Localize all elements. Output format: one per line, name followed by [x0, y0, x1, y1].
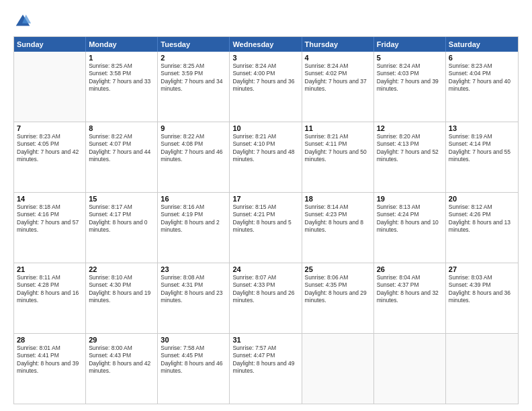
day-number: 26 [377, 265, 443, 273]
day-number: 6 [449, 54, 515, 62]
day-number: 19 [377, 195, 443, 203]
day-number: 15 [89, 195, 154, 203]
calendar-cell: 3Sunrise: 8:24 AMSunset: 4:00 PMDaylight… [230, 52, 302, 122]
calendar-cell: 8Sunrise: 8:22 AMSunset: 4:07 PMDaylight… [86, 122, 158, 192]
calendar-cell: 15Sunrise: 8:17 AMSunset: 4:17 PMDayligh… [86, 193, 158, 263]
day-info: Sunrise: 8:03 AMSunset: 4:39 PMDaylight:… [449, 274, 515, 305]
day-info: Sunrise: 8:18 AMSunset: 4:16 PMDaylight:… [17, 203, 83, 234]
calendar-cell: 2Sunrise: 8:25 AMSunset: 3:59 PMDaylight… [158, 52, 230, 122]
day-number: 8 [89, 124, 154, 132]
day-number: 10 [232, 124, 298, 132]
calendar-cell: 6Sunrise: 8:23 AMSunset: 4:04 PMDaylight… [446, 52, 518, 122]
calendar-cell: 4Sunrise: 8:24 AMSunset: 4:02 PMDaylight… [302, 52, 374, 122]
day-info: Sunrise: 8:19 AMSunset: 4:14 PMDaylight:… [449, 133, 515, 164]
weekday-header: Sunday [14, 37, 86, 52]
calendar-cell: 30Sunrise: 7:58 AMSunset: 4:45 PMDayligh… [158, 334, 230, 404]
day-number: 4 [305, 54, 371, 62]
calendar-row: 1Sunrise: 8:25 AMSunset: 3:58 PMDaylight… [14, 52, 518, 122]
calendar-cell: 17Sunrise: 8:15 AMSunset: 4:21 PMDayligh… [230, 193, 302, 263]
day-number: 5 [377, 54, 443, 62]
day-number: 1 [89, 54, 154, 62]
day-info: Sunrise: 8:24 AMSunset: 4:02 PMDaylight:… [305, 62, 371, 93]
calendar-cell: 20Sunrise: 8:12 AMSunset: 4:26 PMDayligh… [446, 193, 518, 263]
calendar-cell: 18Sunrise: 8:14 AMSunset: 4:23 PMDayligh… [302, 193, 374, 263]
day-info: Sunrise: 8:16 AMSunset: 4:19 PMDaylight:… [161, 203, 226, 234]
calendar-row: 21Sunrise: 8:11 AMSunset: 4:28 PMDayligh… [14, 263, 518, 333]
day-number: 2 [161, 54, 226, 62]
calendar-cell: 24Sunrise: 8:07 AMSunset: 4:33 PMDayligh… [230, 263, 302, 333]
day-info: Sunrise: 8:08 AMSunset: 4:31 PMDaylight:… [161, 274, 226, 305]
day-info: Sunrise: 8:00 AMSunset: 4:43 PMDaylight:… [89, 345, 154, 375]
day-info: Sunrise: 8:25 AMSunset: 3:59 PMDaylight:… [161, 62, 226, 93]
calendar-cell: 5Sunrise: 8:24 AMSunset: 4:03 PMDaylight… [374, 52, 446, 122]
weekday-header: Tuesday [158, 37, 230, 52]
calendar-row: 14Sunrise: 8:18 AMSunset: 4:16 PMDayligh… [14, 192, 518, 263]
day-info: Sunrise: 8:24 AMSunset: 4:03 PMDaylight:… [377, 62, 443, 93]
day-number: 12 [377, 124, 443, 132]
calendar-cell: 7Sunrise: 8:23 AMSunset: 4:05 PMDaylight… [14, 122, 86, 192]
day-number: 9 [161, 124, 226, 132]
day-info: Sunrise: 8:06 AMSunset: 4:35 PMDaylight:… [305, 274, 371, 305]
calendar-cell: 10Sunrise: 8:21 AMSunset: 4:10 PMDayligh… [230, 122, 302, 192]
day-info: Sunrise: 8:04 AMSunset: 4:37 PMDaylight:… [377, 274, 443, 305]
calendar-cell: 16Sunrise: 8:16 AMSunset: 4:19 PMDayligh… [158, 193, 230, 263]
weekday-header: Monday [86, 37, 158, 52]
day-info: Sunrise: 8:24 AMSunset: 4:00 PMDaylight:… [232, 62, 298, 93]
calendar-cell: 11Sunrise: 8:21 AMSunset: 4:11 PMDayligh… [302, 122, 374, 192]
logo [13, 12, 35, 31]
day-number: 30 [161, 336, 226, 344]
day-info: Sunrise: 8:07 AMSunset: 4:33 PMDaylight:… [232, 274, 298, 305]
calendar-cell: 29Sunrise: 8:00 AMSunset: 4:43 PMDayligh… [86, 334, 158, 404]
day-number: 20 [449, 195, 515, 203]
logo-icon [13, 12, 32, 31]
calendar-row: 7Sunrise: 8:23 AMSunset: 4:05 PMDaylight… [14, 122, 518, 192]
day-number: 13 [449, 124, 515, 132]
calendar-cell [14, 52, 86, 122]
calendar-cell: 28Sunrise: 8:01 AMSunset: 4:41 PMDayligh… [14, 334, 86, 404]
day-info: Sunrise: 8:10 AMSunset: 4:30 PMDaylight:… [89, 274, 154, 305]
calendar-cell: 22Sunrise: 8:10 AMSunset: 4:30 PMDayligh… [86, 263, 158, 333]
calendar-cell: 13Sunrise: 8:19 AMSunset: 4:14 PMDayligh… [446, 122, 518, 192]
day-number: 18 [305, 195, 371, 203]
weekday-header: Wednesday [230, 37, 302, 52]
weekday-header: Friday [374, 37, 446, 52]
day-number: 21 [17, 265, 83, 273]
page: SundayMondayTuesdayWednesdayThursdayFrid… [0, 0, 532, 411]
day-info: Sunrise: 8:23 AMSunset: 4:04 PMDaylight:… [449, 62, 515, 93]
calendar-cell: 27Sunrise: 8:03 AMSunset: 4:39 PMDayligh… [446, 263, 518, 333]
day-number: 11 [305, 124, 371, 132]
day-info: Sunrise: 7:58 AMSunset: 4:45 PMDaylight:… [161, 345, 226, 375]
calendar-cell: 31Sunrise: 7:57 AMSunset: 4:47 PMDayligh… [230, 334, 302, 404]
day-number: 3 [232, 54, 298, 62]
day-number: 28 [17, 336, 83, 344]
calendar-cell: 23Sunrise: 8:08 AMSunset: 4:31 PMDayligh… [158, 263, 230, 333]
calendar-cell: 21Sunrise: 8:11 AMSunset: 4:28 PMDayligh… [14, 263, 86, 333]
day-info: Sunrise: 8:23 AMSunset: 4:05 PMDaylight:… [17, 133, 83, 164]
day-info: Sunrise: 8:21 AMSunset: 4:10 PMDaylight:… [232, 133, 298, 164]
day-number: 24 [232, 265, 298, 273]
day-info: Sunrise: 8:01 AMSunset: 4:41 PMDaylight:… [17, 345, 83, 375]
day-number: 25 [305, 265, 371, 273]
calendar-cell [302, 334, 374, 404]
header [13, 12, 519, 31]
day-number: 17 [232, 195, 298, 203]
day-number: 14 [17, 195, 83, 203]
day-info: Sunrise: 8:15 AMSunset: 4:21 PMDaylight:… [232, 203, 298, 234]
day-info: Sunrise: 8:17 AMSunset: 4:17 PMDaylight:… [89, 203, 154, 234]
day-info: Sunrise: 8:22 AMSunset: 4:07 PMDaylight:… [89, 133, 154, 164]
calendar-body: 1Sunrise: 8:25 AMSunset: 3:58 PMDaylight… [14, 52, 518, 404]
weekday-header: Saturday [446, 37, 518, 52]
calendar-cell: 25Sunrise: 8:06 AMSunset: 4:35 PMDayligh… [302, 263, 374, 333]
calendar-cell: 12Sunrise: 8:20 AMSunset: 4:13 PMDayligh… [374, 122, 446, 192]
day-number: 22 [89, 265, 154, 273]
day-number: 29 [89, 336, 154, 344]
day-number: 31 [232, 336, 298, 344]
calendar-header: SundayMondayTuesdayWednesdayThursdayFrid… [14, 37, 518, 52]
day-info: Sunrise: 8:12 AMSunset: 4:26 PMDaylight:… [449, 203, 515, 234]
calendar-cell: 14Sunrise: 8:18 AMSunset: 4:16 PMDayligh… [14, 193, 86, 263]
calendar-cell: 9Sunrise: 8:22 AMSunset: 4:08 PMDaylight… [158, 122, 230, 192]
calendar: SundayMondayTuesdayWednesdayThursdayFrid… [13, 36, 519, 404]
calendar-cell [446, 334, 518, 404]
calendar-cell [374, 334, 446, 404]
day-info: Sunrise: 8:11 AMSunset: 4:28 PMDaylight:… [17, 274, 83, 305]
